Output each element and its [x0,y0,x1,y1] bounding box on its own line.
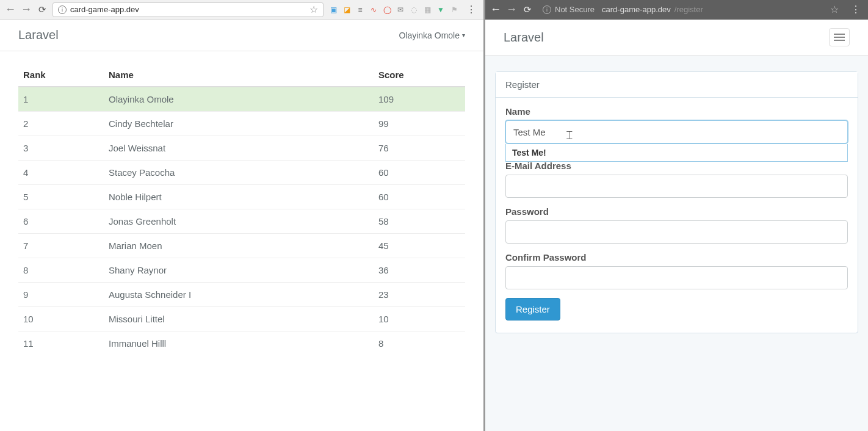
right-url-host: card-game-app.dev [602,5,671,14]
right-navbar: Laravel [485,20,868,56]
col-name: Name [104,63,374,87]
cell-score: 60 [374,161,465,185]
star-icon[interactable]: ☆ [309,4,318,15]
cell-score: 60 [374,185,465,209]
cell-rank: 11 [18,331,104,356]
cell-score: 8 [374,331,465,356]
ext-icon[interactable]: ▼ [436,5,446,15]
table-row: 10Missouri Littel10 [18,307,465,331]
col-rank: Rank [18,63,104,87]
cell-rank: 1 [18,87,104,112]
browser-menu-icon[interactable]: ⋮ [464,4,479,15]
cell-rank: 6 [18,209,104,234]
cell-name: Olayinka Omole [104,87,374,112]
right-url-path: /register [675,5,703,14]
name-label: Name [505,106,848,117]
table-row: 7Marian Moen45 [18,234,465,258]
cell-name: Noble Hilpert [104,185,374,209]
ext-icon[interactable]: ≡ [355,5,365,15]
cell-score: 109 [374,87,465,112]
table-row: 3Joel Weissnat76 [18,136,465,161]
cell-score: 10 [374,307,465,331]
cell-score: 58 [374,209,465,234]
forward-icon[interactable]: → [506,3,517,16]
ext-icon[interactable]: ✉ [396,5,405,15]
cell-name: Stacey Pacocha [104,161,374,185]
ext-icon[interactable]: ∿ [369,5,378,15]
email-label: E-Mail Address [505,161,848,171]
table-row: 1Olayinka Omole109 [18,87,465,112]
ext-icon[interactable]: ◌ [409,5,419,15]
cell-name: Cindy Bechtelar [104,112,374,136]
table-row: 8Shany Raynor36 [18,258,465,283]
register-button[interactable]: Register [505,298,560,321]
table-row: 11Immanuel Hilll8 [18,331,465,356]
password-input[interactable] [505,220,848,244]
user-dropdown[interactable]: Olayinka Omole ▾ [399,31,465,40]
cell-score: 99 [374,112,465,136]
not-secure-label: Not Secure [555,5,595,14]
forward-icon[interactable]: → [21,3,32,16]
ext-icon[interactable]: ◯ [382,5,392,15]
cell-score: 45 [374,234,465,258]
back-icon[interactable]: ← [490,3,501,16]
brand[interactable]: Laravel [18,28,59,42]
table-row: 5Noble Hilpert60 [18,185,465,209]
cell-rank: 4 [18,161,104,185]
confirm-password-label: Confirm Password [505,252,848,263]
info-icon[interactable]: i [58,5,67,14]
cell-name: Marian Moen [104,234,374,258]
left-address-bar[interactable]: i card-game-app.dev ☆ [52,2,324,17]
ext-icon[interactable]: ⚑ [449,5,459,15]
reload-icon[interactable]: ⟳ [522,4,533,15]
confirm-password-input[interactable] [505,266,848,289]
table-row: 9Augusta Schneider I23 [18,283,465,307]
ext-icon[interactable]: ◪ [342,5,352,15]
ext-icon[interactable]: ▦ [422,5,432,15]
table-row: 2Cindy Bechtelar99 [18,112,465,136]
cell-score: 36 [374,258,465,283]
left-url: card-game-app.dev [70,5,139,14]
cell-score: 76 [374,136,465,161]
reload-icon[interactable]: ⟳ [37,4,48,15]
name-input[interactable] [505,120,848,143]
hamburger-icon[interactable] [829,28,850,46]
cell-rank: 7 [18,234,104,258]
cell-rank: 3 [18,136,104,161]
right-address-bar[interactable]: i Not Secure card-game-app.dev/register … [538,2,844,17]
cell-name: Augusta Schneider I [104,283,374,307]
caret-down-icon: ▾ [462,32,465,38]
cell-name: Jonas Greenholt [104,209,374,234]
info-icon[interactable]: i [543,5,551,14]
ext-icon[interactable]: ▣ [328,5,338,15]
back-icon[interactable]: ← [5,3,16,16]
password-label: Password [505,206,848,217]
cell-score: 23 [374,283,465,307]
star-icon[interactable]: ☆ [830,4,839,15]
col-score: Score [374,63,465,87]
cell-name: Missouri Littel [104,307,374,331]
table-row: 4Stacey Pacocha60 [18,161,465,185]
cell-rank: 5 [18,185,104,209]
cell-rank: 2 [18,112,104,136]
cell-name: Immanuel Hilll [104,331,374,356]
cell-rank: 8 [18,258,104,283]
extension-icons: ▣ ◪ ≡ ∿ ◯ ✉ ◌ ▦ ▼ ⚑ [328,5,459,15]
panel-title: Register [496,72,858,98]
table-row: 6Jonas Greenholt58 [18,209,465,234]
cell-rank: 10 [18,307,104,331]
brand[interactable]: Laravel [504,31,544,45]
browser-menu-icon[interactable]: ⋮ [848,4,863,15]
leaderboard-table: Rank Name Score 1Olayinka Omole1092Cindy… [18,63,465,355]
email-input[interactable] [505,175,848,198]
cell-name: Shany Raynor [104,258,374,283]
register-panel: Register Name ⌶ Test Me! E-Mail Address … [495,71,858,333]
cell-rank: 9 [18,283,104,307]
left-browser-chrome: ← → ⟳ i card-game-app.dev ☆ ▣ ◪ ≡ ∿ ◯ ✉ … [0,0,483,20]
right-browser-chrome: ← → ⟳ i Not Secure card-game-app.dev/reg… [485,0,868,20]
left-navbar: Laravel Olayinka Omole ▾ [0,20,483,51]
cell-name: Joel Weissnat [104,136,374,161]
user-name: Olayinka Omole [399,31,460,40]
autocomplete-suggestion[interactable]: Test Me! [505,144,848,162]
